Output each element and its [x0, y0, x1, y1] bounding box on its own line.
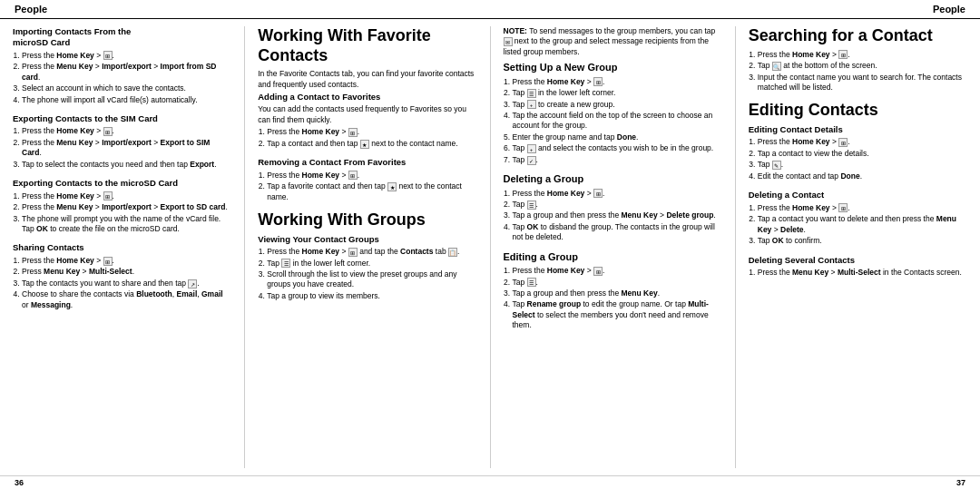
section-working-groups: Working With Groups Viewing Your Contact… — [258, 210, 476, 301]
home-icon: ⊞ — [103, 257, 113, 266]
deleting-several-list: Press the Menu Key > Multi-Select in the… — [749, 268, 967, 278]
list-item: Tap ✓. — [513, 155, 722, 165]
group-icon: ☰ — [527, 89, 536, 98]
removing-favorites-list: Press the Home Key > ⊞. Tap a favorite c… — [258, 171, 476, 202]
list-item: Press the Home Key > ⊞. — [758, 203, 967, 213]
list-item: Tap to select the contacts you need and … — [22, 160, 231, 170]
section-title-exporting-sim: Exporting Contacts to the SIM Card — [13, 113, 231, 124]
section-sharing-contacts: Sharing Contacts Press the Home Key > ⊞.… — [13, 242, 231, 310]
section-exporting-sim: Exporting Contacts to the SIM Card Press… — [13, 113, 231, 170]
section-title-removing-favorites: Removing a Contact From Favorites — [258, 157, 476, 168]
home-icon: ⊞ — [348, 128, 358, 137]
section-title-editing-contacts: Editing Contacts — [749, 101, 967, 121]
list-item: Press the Home Key > ⊞. — [513, 77, 722, 87]
page-number-left: 36 — [15, 478, 24, 487]
list-item: Tap a contact and then tap ★ next to the… — [267, 139, 476, 149]
list-item: Tap OK to confirm. — [758, 236, 967, 246]
group-icon: ☰ — [281, 259, 290, 268]
section-editing-group: Editing a Group Press the Home Key > ⊞. … — [504, 251, 722, 331]
list-item: Choose to share the contacts via Bluetoo… — [22, 289, 231, 310]
section-deleting-several-contacts: Deleting Several Contacts Press the Menu… — [749, 255, 967, 279]
section-title-exporting-microsd: Exporting Contacts to the microSD Card — [13, 178, 231, 189]
list-item: Tap + and select the contacts you wish t… — [513, 143, 722, 153]
home-icon: ⊞ — [103, 51, 113, 60]
searching-list: Press the Home Key > ⊞. Tap 🔍 at the bot… — [749, 50, 967, 93]
list-item: Tap OK to disband the group. The contact… — [513, 222, 722, 243]
exporting-sim-list: Press the Home Key > ⊞. Press the Menu K… — [13, 126, 231, 170]
editing-details-list: Press the Home Key > ⊞. Tap a contact to… — [749, 137, 967, 181]
home-icon: ⊞ — [348, 248, 358, 257]
list-item: Press the Menu Key > Multi-Select in the… — [758, 268, 967, 278]
list-item: Select an account in which to save the c… — [22, 83, 231, 93]
list-item: Edit the contact and tap Done. — [758, 171, 967, 181]
list-item: Input the contact name you want to searc… — [758, 73, 967, 93]
section-title-deleting-contact: Deleting a Contact — [749, 190, 967, 200]
list-item: Tap ☰. — [513, 278, 722, 288]
header-title-left: People — [15, 4, 47, 15]
list-item: Press the Home Key > ⊞. — [513, 189, 722, 199]
home-icon: ⊞ — [838, 203, 848, 212]
add-icon: + — [527, 100, 536, 109]
list-item: The phone will prompt you with the name … — [22, 214, 231, 235]
list-item: Tap ☰ in the lower left corner. — [513, 88, 722, 98]
section-title-working-groups: Working With Groups — [258, 210, 476, 230]
section-title-searching: Searching for a Contact — [749, 26, 967, 46]
group-icon: ☰ — [527, 278, 536, 287]
section-title-working-favorites: Working With FavoriteContacts — [258, 26, 476, 65]
list-item: Tap a favorite contact and then tap ★ ne… — [267, 181, 476, 202]
section-title-editing-group: Editing a Group — [504, 251, 722, 263]
list-item: Press the Home Key > ⊞. — [22, 126, 231, 136]
list-item: The phone will import all vCard file(s) … — [22, 95, 231, 105]
section-title-editing-details: Editing Contact Details — [749, 124, 967, 135]
list-item: Press the Menu Key > Import/export > Exp… — [22, 138, 231, 159]
importing-microsd-list: Press the Home Key > ⊞. Press the Menu K… — [13, 51, 231, 105]
search-icon: 🔍 — [772, 62, 781, 71]
setting-up-group-list: Press the Home Key > ⊞. Tap ☰ in the low… — [504, 77, 722, 166]
list-item: Tap Rename group to edit the group name.… — [513, 299, 722, 330]
home-icon: ⊞ — [838, 50, 848, 59]
section-title-deleting-group: Deleting a Group — [504, 173, 722, 185]
column-2: Working With FavoriteContacts In the Fav… — [245, 26, 490, 468]
section-title-sharing: Sharing Contacts — [13, 242, 231, 253]
section-deleting-group: Deleting a Group Press the Home Key > ⊞.… — [504, 173, 722, 243]
section-editing-contact-details: Editing Contact Details Press the Home K… — [749, 124, 967, 181]
deleting-contact-list: Press the Home Key > ⊞. Tap a contact yo… — [749, 203, 967, 247]
working-favorites-intro: In the Favorite Contacts tab, you can fi… — [258, 69, 476, 90]
adding-favorites-list: Press the Home Key > ⊞. Tap a contact an… — [258, 127, 476, 149]
list-item: Tap ☰ in the lower left corner. — [267, 259, 476, 269]
list-item: Tap a group and then press the Menu Key … — [513, 210, 722, 220]
header-title-right: People — [933, 4, 965, 15]
section-searching-contact: Searching for a Contact Press the Home K… — [749, 26, 967, 93]
edit-icon: ✎ — [772, 161, 781, 170]
deleting-group-list: Press the Home Key > ⊞. Tap ☰. Tap a gro… — [504, 189, 722, 243]
list-item: Tap ☰. — [513, 200, 722, 210]
list-item: Press the Menu Key > Import/export > Exp… — [22, 202, 231, 212]
list-item: Press the Home Key > ⊞. — [22, 191, 231, 201]
list-item: Scroll through the list to view the pres… — [267, 269, 476, 290]
section-adding-favorites: Adding a Contact to Favorites You can ad… — [258, 92, 476, 149]
section-viewing-groups: Viewing Your Contact Groups Press the Ho… — [258, 234, 476, 302]
section-title-importing-microsd: Importing Contacts From themicroSD Card — [13, 26, 231, 49]
list-item: Tap a contact you want to delete and the… — [758, 214, 967, 235]
list-item: Press the Menu Key > Import/export > Imp… — [22, 62, 231, 83]
section-editing-contacts: Editing Contacts Editing Contact Details… — [749, 101, 967, 278]
section-deleting-contact: Deleting a Contact Press the Home Key > … — [749, 190, 967, 246]
section-exporting-microsd: Exporting Contacts to the microSD Card P… — [13, 178, 231, 234]
list-item: Press the Home Key > ⊞ and tap the Conta… — [267, 247, 476, 257]
sharing-list: Press the Home Key > ⊞. Press Menu Key >… — [13, 256, 231, 310]
column-4: Searching for a Contact Press the Home K… — [736, 26, 980, 468]
list-item: Press the Home Key > ⊞. — [22, 256, 231, 266]
column-3: NOTE: To send messages to the group memb… — [491, 26, 736, 468]
home-icon: ⊞ — [103, 127, 113, 136]
share-icon: ↗ — [188, 279, 197, 289]
viewing-groups-list: Press the Home Key > ⊞ and tap the Conta… — [258, 247, 476, 301]
star-icon: ★ — [387, 182, 397, 191]
section-title-deleting-several: Deleting Several Contacts — [749, 255, 967, 266]
list-item: Tap the contacts you want to share and t… — [22, 279, 231, 289]
section-title-setting-up-group: Setting Up a New Group — [504, 62, 722, 73]
list-item: Tap + to create a new group. — [513, 100, 722, 110]
list-item: Press the Home Key > ⊞. — [758, 137, 967, 147]
section-working-favorites: Working With FavoriteContacts In the Fav… — [258, 26, 476, 202]
group-icon: ☰ — [527, 200, 536, 210]
message-icon: ✉ — [504, 37, 513, 46]
